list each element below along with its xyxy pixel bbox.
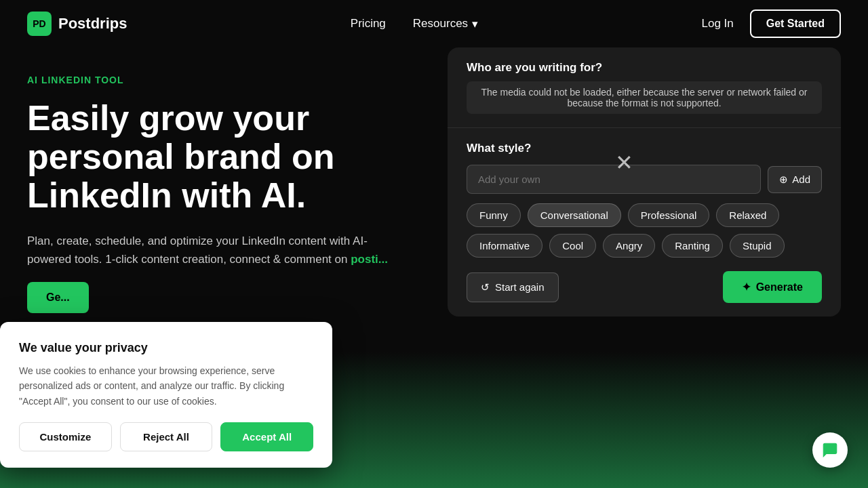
refresh-icon: ↺: [481, 281, 490, 293]
sparkle-icon: ✦: [742, 281, 751, 293]
plus-icon: ⊕: [779, 174, 788, 186]
nav-pricing[interactable]: Pricing: [351, 17, 386, 30]
nav-links: Pricing Resources ▾: [351, 17, 478, 31]
style-custom-input[interactable]: [467, 165, 761, 194]
reject-all-button[interactable]: Reject All: [120, 422, 213, 451]
style-tag-informative[interactable]: Informative: [467, 234, 542, 258]
bottom-actions: ↺ Start again ✦ Generate: [467, 271, 822, 303]
cookie-text: We use cookies to enhance your browsing …: [19, 363, 313, 409]
style-question: What style?: [467, 142, 822, 155]
add-style-button[interactable]: ⊕ Add: [768, 166, 822, 193]
style-tag-relaxed[interactable]: Relaxed: [716, 203, 779, 227]
style-input-row: ⊕ Add: [467, 165, 822, 194]
logo-icon: PD: [27, 12, 52, 36]
navbar: PD Postdrips Pricing Resources ▾ Log In …: [0, 0, 868, 47]
hero-title: Easily grow your personal brand on Linke…: [27, 99, 393, 216]
start-again-button[interactable]: ↺ Start again: [467, 272, 559, 302]
nav-resources[interactable]: Resources ▾: [413, 17, 478, 31]
style-tags: Funny Conversational Professional Relaxe…: [467, 203, 822, 258]
cookie-actions: Customize Reject All Accept All: [19, 422, 313, 451]
hero-subtitle: Plan, create, schedule, and optimize you…: [27, 232, 393, 268]
right-panel: Who are you writing for? The media could…: [420, 47, 868, 488]
cookie-title: We value your privacy: [19, 341, 313, 355]
who-question: Who are you writing for?: [467, 61, 822, 75]
cookie-banner: We value your privacy We use cookies to …: [0, 322, 332, 468]
chat-bubble[interactable]: [812, 432, 848, 468]
accept-all-button[interactable]: Accept All: [220, 422, 313, 451]
hero-get-started-button[interactable]: Ge...: [27, 282, 89, 313]
style-tag-angry[interactable]: Angry: [603, 234, 655, 258]
style-tag-funny[interactable]: Funny: [467, 203, 521, 227]
chevron-down-icon: ▾: [472, 17, 478, 31]
chat-icon: [821, 441, 839, 459]
style-tag-cool[interactable]: Cool: [549, 234, 596, 258]
style-tag-professional[interactable]: Professional: [628, 203, 710, 227]
style-section: What style? ⊕ Add Funny Conversational P…: [448, 128, 841, 317]
style-tag-conversational[interactable]: Conversational: [528, 203, 621, 227]
customize-button[interactable]: Customize: [19, 422, 112, 451]
tag-label: AI LINKEDIN TOOL: [27, 75, 393, 85]
logo-name: Postdrips: [58, 15, 127, 33]
get-started-button[interactable]: Get Started: [750, 9, 841, 38]
generate-button[interactable]: ✦ Generate: [723, 271, 822, 303]
logo: PD Postdrips: [27, 12, 127, 36]
nav-actions: Log In Get Started: [701, 9, 841, 38]
tool-panel: Who are you writing for? The media could…: [448, 47, 841, 317]
error-message: The media could not be loaded, either be…: [467, 81, 822, 114]
who-section: Who are you writing for? The media could…: [448, 47, 841, 128]
style-tag-stupid[interactable]: Stupid: [730, 234, 785, 258]
login-button[interactable]: Log In: [701, 17, 733, 30]
style-tag-ranting[interactable]: Ranting: [662, 234, 723, 258]
